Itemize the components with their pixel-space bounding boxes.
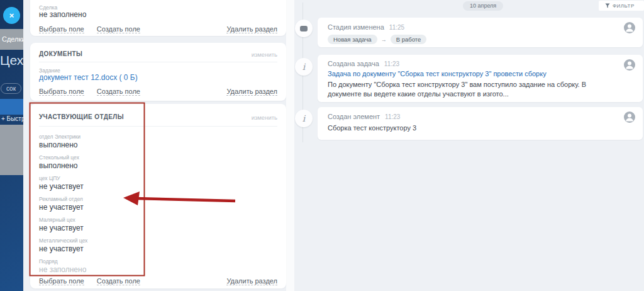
filter-label: ФИЛЬТР bbox=[613, 3, 635, 9]
create-field-link[interactable]: Создать поле bbox=[97, 277, 140, 285]
sidebar-highlight-bar bbox=[0, 99, 23, 115]
field-value[interactable]: не заполнено bbox=[39, 265, 86, 274]
field-value[interactable]: выполнено bbox=[39, 161, 78, 170]
info-icon: i bbox=[295, 58, 313, 76]
delete-section-link[interactable]: Удалить раздел bbox=[226, 25, 277, 33]
section-title: УЧАСТВУЮЩИЕ ОТДЕЛЫ bbox=[39, 113, 124, 120]
avatar[interactable] bbox=[624, 111, 635, 123]
select-field-link[interactable]: Выбрать поле bbox=[39, 88, 84, 96]
sidebar-panel-title: Цеху bbox=[0, 53, 23, 68]
timeline-item-time: 11:23 bbox=[384, 60, 399, 67]
timeline-item-title: Создан элемент bbox=[328, 113, 380, 120]
divider bbox=[39, 126, 277, 127]
info-icon: i bbox=[295, 110, 313, 127]
panel-divider bbox=[286, 0, 294, 291]
timeline-item-time: 11:25 bbox=[389, 24, 404, 31]
avatar[interactable] bbox=[624, 22, 635, 33]
divider bbox=[39, 62, 277, 62]
section-card-departments: УЧАСТВУЮЩИЕ ОТДЕЛЫ изменить отдел Электр… bbox=[30, 104, 286, 288]
field-value[interactable]: выполнено bbox=[39, 140, 78, 149]
filter-button[interactable]: ФИЛЬТР bbox=[599, 1, 644, 11]
timeline-item-body: Сборка тест конструктору 3 bbox=[328, 123, 602, 133]
timeline-item-element-created: Создан элемент11:23 Сборка тест конструк… bbox=[318, 107, 643, 140]
task-link[interactable]: Задача по документу "Сборка тест констру… bbox=[328, 70, 547, 77]
timeline-item-task-created: Создана задача11:23 Задача по документу … bbox=[318, 55, 643, 102]
stage-from-badge: Новая задача bbox=[328, 35, 377, 44]
edit-section-link[interactable]: изменить bbox=[252, 51, 277, 58]
delete-section-link[interactable]: Удалить раздел bbox=[226, 277, 277, 285]
arrow-right-icon: → bbox=[381, 37, 387, 43]
timeline-item-stage-changed: Стадия изменена11:25 Новая задача → В ра… bbox=[318, 18, 643, 47]
field-label: Металлический цех bbox=[39, 237, 87, 244]
create-field-link[interactable]: Создать поле bbox=[97, 25, 140, 33]
field-label: отдел Электрики bbox=[39, 134, 80, 140]
select-field-link[interactable]: Выбрать поле bbox=[39, 277, 84, 285]
stage-glyph bbox=[300, 26, 308, 31]
field-label: Рекламный отдел bbox=[39, 196, 83, 202]
stage-change-icon bbox=[295, 20, 313, 37]
section-card-documents: ДОКУМЕНТЫ изменить Задание документ тест… bbox=[30, 43, 286, 101]
close-icon[interactable]: × bbox=[3, 7, 20, 24]
stage-to-badge: В работе bbox=[391, 35, 427, 44]
field-value[interactable]: не заполнено bbox=[39, 10, 86, 19]
field-value[interactable]: не участвует bbox=[39, 224, 84, 232]
edit-section-link[interactable]: изменить bbox=[252, 114, 277, 121]
left-sidebar: × Сделки Цеху сок + Быстры bbox=[0, 0, 23, 291]
field-value[interactable]: не участвует bbox=[39, 244, 84, 253]
section-title: ДОКУМЕНТЫ bbox=[39, 50, 82, 57]
field-label: Малярный цех bbox=[39, 217, 75, 223]
field-value[interactable]: не участвует bbox=[39, 203, 84, 212]
document-link[interactable]: документ тест 12.docx ( 0 Б) bbox=[39, 73, 138, 82]
delete-section-link[interactable]: Удалить раздел bbox=[226, 88, 277, 96]
sidebar-item-deals[interactable]: Сделки bbox=[0, 29, 23, 50]
field-value[interactable]: не участвует bbox=[39, 182, 84, 191]
avatar[interactable] bbox=[624, 59, 635, 71]
select-field-link[interactable]: Выбрать поле bbox=[39, 25, 84, 33]
timeline-item-time: 11:23 bbox=[385, 113, 400, 120]
section-card-deal: Сделка не заполнено Выбрать поле Создать… bbox=[30, 0, 286, 36]
sidebar-pill: сок bbox=[1, 83, 21, 94]
field-label: цех ЦПУ bbox=[39, 175, 60, 181]
field-label: Стекольный цех bbox=[39, 154, 79, 161]
funnel-icon bbox=[605, 3, 610, 8]
timeline-date-badge: 10 апреля bbox=[463, 1, 503, 11]
field-label: Подряд bbox=[39, 258, 58, 265]
timeline-item-body: По документу "Сборка тест конструктору 3… bbox=[328, 80, 602, 99]
info-glyph: i bbox=[303, 62, 305, 71]
create-field-link[interactable]: Создать поле bbox=[97, 88, 140, 96]
timeline-item-title: Стадия изменена bbox=[328, 23, 384, 31]
info-glyph: i bbox=[303, 114, 305, 123]
sidebar-gray-block bbox=[0, 125, 23, 175]
timeline-item-title: Создана задача bbox=[328, 60, 379, 67]
sidebar-quick-action[interactable]: + Быстры bbox=[1, 115, 23, 122]
